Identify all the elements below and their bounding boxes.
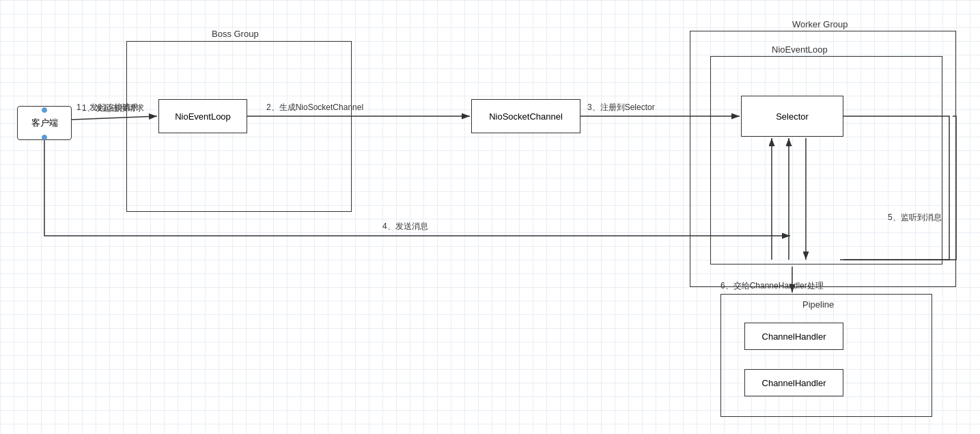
niosocketchannel-box: NioSocketChannel [471,99,580,133]
nioeventloop-worker-border [710,56,942,265]
nioeventloop-boss-label: NioEventLoop [175,111,231,122]
channelhandler2-box: ChannelHandler [744,369,843,396]
selector-label: Selector [776,111,809,122]
pipeline-label: Pipeline [802,299,834,310]
client-dot-bottom [42,135,47,140]
client-label: 客户端 [31,117,58,129]
channelhandler1-box: ChannelHandler [744,323,843,350]
niosocketchannel-label: NioSocketChannel [489,111,563,122]
channelhandler1-label: ChannelHandler [762,331,826,342]
worker-group-label: Worker Group [792,19,848,29]
nioeventloop-boss-box: NioEventLoop [158,99,247,133]
client-dot-top [42,107,47,113]
pipeline-border [720,294,932,417]
svg-text:3、注册到Selector: 3、注册到Selector [587,103,655,112]
nioeventloop-worker-label: NioEventLoop [772,44,828,55]
svg-text:4、发送消息: 4、发送消息 [382,221,428,231]
diagram-canvas: Boss Group Worker Group NioEventLoop Pip… [0,0,980,434]
selector-box: Selector [741,96,843,137]
channelhandler2-label: ChannelHandler [762,378,826,388]
boss-group-label: Boss Group [212,29,259,39]
